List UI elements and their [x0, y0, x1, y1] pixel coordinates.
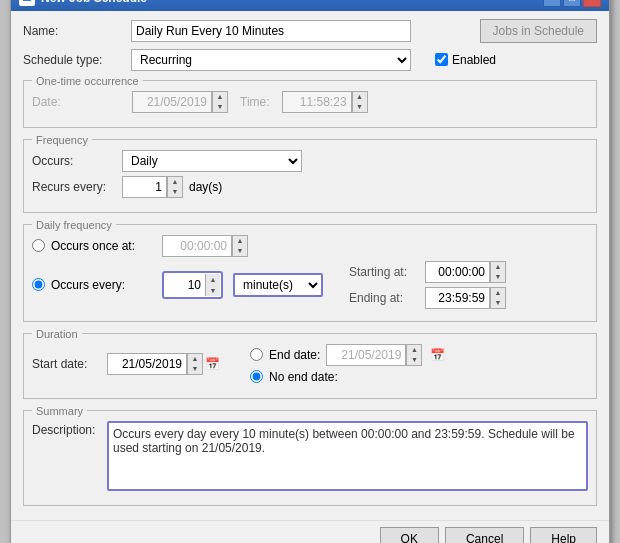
once-time-spinner[interactable]: ▲ ▼: [232, 235, 248, 257]
bottom-buttons: OK Cancel Help tech-recipes.com: [11, 520, 609, 544]
every-down-arrow[interactable]: ▼: [206, 285, 220, 296]
name-row: Name: Jobs in Schedule: [23, 19, 597, 43]
recurs-up-arrow[interactable]: ▲: [168, 177, 182, 187]
minimize-button[interactable]: ─: [543, 0, 561, 7]
date-up-arrow[interactable]: ▲: [213, 92, 227, 102]
start-date-input[interactable]: [107, 353, 187, 375]
ending-time-group: ▲ ▼: [425, 287, 506, 309]
svg-rect-4: [23, 0, 31, 1]
no-end-date-row: No end date:: [250, 370, 445, 384]
start-date-label: Start date:: [32, 357, 107, 371]
duration-row: Start date: ▲ ▼ 📅 End date:: [32, 344, 588, 384]
end-date-input[interactable]: [326, 344, 406, 366]
recurs-input[interactable]: [122, 176, 167, 198]
once-down-arrow[interactable]: ▼: [233, 246, 247, 256]
occurs-once-label: Occurs once at:: [51, 239, 156, 253]
one-time-section: One-time occurrence Date: ▲ ▼ Time: ▲ ▼: [23, 75, 597, 128]
daily-frequency-legend: Daily frequency: [32, 219, 116, 231]
cancel-button[interactable]: Cancel: [445, 527, 524, 544]
ending-up-arrow[interactable]: ▲: [491, 288, 505, 298]
ending-spinner[interactable]: ▲ ▼: [490, 287, 506, 309]
start-down-arrow[interactable]: ▼: [188, 364, 202, 374]
start-up-arrow[interactable]: ▲: [188, 354, 202, 364]
title-bar-left: New Job Schedule: [19, 0, 147, 6]
starting-spinner[interactable]: ▲ ▼: [490, 261, 506, 283]
close-button[interactable]: ✕: [583, 0, 601, 7]
ending-row: Ending at: ▲ ▼: [349, 287, 506, 309]
end-date-radio[interactable]: [250, 348, 263, 361]
end-date-group: End date: ▲ ▼ 📅 No end date:: [250, 344, 445, 384]
every-spinner[interactable]: ▲ ▼: [205, 274, 220, 296]
ending-time-input[interactable]: [425, 287, 490, 309]
one-time-legend: One-time occurrence: [32, 75, 143, 87]
occurs-label: Occurs:: [32, 154, 122, 168]
summary-row: Description: Occurs every day every 10 m…: [32, 421, 588, 491]
frequency-legend: Frequency: [32, 134, 92, 146]
every-value-group: ▲ ▼: [162, 271, 223, 299]
time-input-group: ▲ ▼: [282, 91, 368, 113]
start-date-spinner[interactable]: ▲ ▼: [187, 353, 203, 375]
date-input: [132, 91, 212, 113]
enabled-label: Enabled: [452, 53, 496, 67]
schedule-type-label: Schedule type:: [23, 53, 123, 67]
every-unit-select[interactable]: minute(s) hour(s): [233, 273, 323, 297]
start-calendar-icon[interactable]: 📅: [205, 357, 220, 371]
ending-label: Ending at:: [349, 291, 419, 305]
occurs-row: Occurs: Daily Weekly Monthly: [32, 150, 588, 172]
occurs-once-row: Occurs once at: ▲ ▼: [32, 235, 588, 257]
form-content: Name: Jobs in Schedule Schedule type: Re…: [11, 11, 609, 520]
end-date-input-group: ▲ ▼: [326, 344, 422, 366]
end-calendar-icon[interactable]: 📅: [430, 348, 445, 362]
enabled-checkbox-row: Enabled: [435, 53, 496, 67]
recurs-spinner[interactable]: ▲ ▼: [167, 176, 183, 198]
starting-ending-group: Starting at: ▲ ▼ Ending at:: [349, 261, 506, 309]
every-up-arrow[interactable]: ▲: [206, 274, 220, 285]
time-input: [282, 91, 352, 113]
end-up-arrow[interactable]: ▲: [407, 345, 421, 355]
occurs-select[interactable]: Daily Weekly Monthly: [122, 150, 302, 172]
occurs-every-label: Occurs every:: [51, 278, 156, 292]
starting-up-arrow[interactable]: ▲: [491, 262, 505, 272]
jobs-in-schedule-button[interactable]: Jobs in Schedule: [480, 19, 597, 43]
name-input[interactable]: [131, 20, 411, 42]
starting-time-input[interactable]: [425, 261, 490, 283]
svg-rect-0: [21, 0, 33, 4]
duration-legend: Duration: [32, 328, 82, 340]
once-time-input[interactable]: [162, 235, 232, 257]
time-up-arrow[interactable]: ▲: [353, 92, 367, 102]
description-label: Description:: [32, 421, 107, 437]
end-down-arrow[interactable]: ▼: [407, 355, 421, 365]
every-value-input[interactable]: [165, 275, 205, 295]
recurs-down-arrow[interactable]: ▼: [168, 187, 182, 197]
maximize-button[interactable]: □: [563, 0, 581, 7]
time-label: Time:: [240, 95, 270, 109]
date-spinner[interactable]: ▲ ▼: [212, 91, 228, 113]
starting-down-arrow[interactable]: ▼: [491, 272, 505, 282]
date-down-arrow[interactable]: ▼: [213, 102, 227, 112]
time-down-arrow[interactable]: ▼: [353, 102, 367, 112]
time-spinner[interactable]: ▲ ▼: [352, 91, 368, 113]
date-label: Date:: [32, 95, 132, 109]
duration-section: Duration Start date: ▲ ▼ 📅 End date:: [23, 328, 597, 399]
enabled-checkbox[interactable]: [435, 53, 448, 66]
once-up-arrow[interactable]: ▲: [233, 236, 247, 246]
once-time-group: ▲ ▼: [162, 235, 248, 257]
schedule-type-select[interactable]: Recurring One time Start automatically w…: [131, 49, 411, 71]
title-bar: New Job Schedule ─ □ ✕: [11, 0, 609, 11]
no-end-date-radio[interactable]: [250, 370, 263, 383]
occurs-every-radio[interactable]: [32, 278, 45, 291]
starting-label: Starting at:: [349, 265, 419, 279]
occurs-once-radio[interactable]: [32, 239, 45, 252]
frequency-section: Frequency Occurs: Daily Weekly Monthly R…: [23, 134, 597, 213]
date-input-group: ▲ ▼: [132, 91, 228, 113]
recurs-label: Recurs every:: [32, 180, 122, 194]
summary-legend: Summary: [32, 405, 87, 417]
ok-button[interactable]: OK: [380, 527, 439, 544]
ending-down-arrow[interactable]: ▼: [491, 298, 505, 308]
starting-row: Starting at: ▲ ▼: [349, 261, 506, 283]
description-textarea[interactable]: Occurs every day every 10 minute(s) betw…: [107, 421, 588, 491]
title-controls: ─ □ ✕: [543, 0, 601, 7]
end-date-spinner[interactable]: ▲ ▼: [406, 344, 422, 366]
one-time-row: Date: ▲ ▼ Time: ▲ ▼: [32, 91, 588, 113]
help-button[interactable]: Help: [530, 527, 597, 544]
